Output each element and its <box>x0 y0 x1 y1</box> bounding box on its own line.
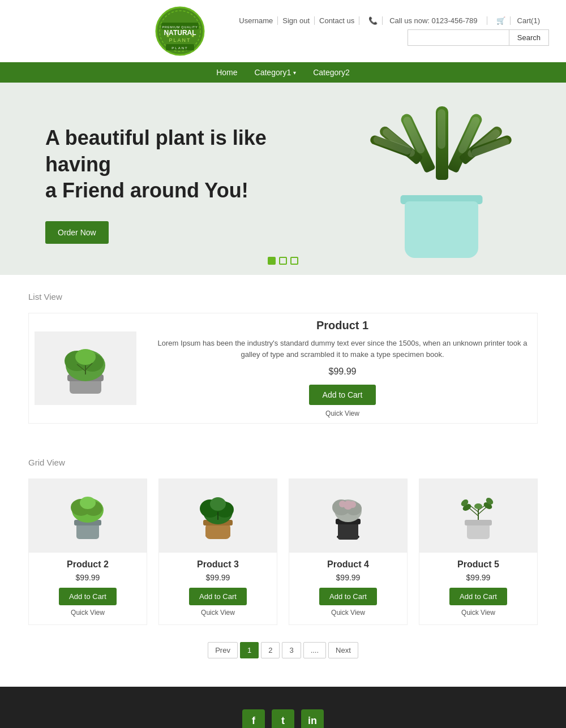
svg-text:★: ★ <box>166 33 170 38</box>
grid-add-to-cart-2-button[interactable]: Add to Cart <box>59 588 117 605</box>
grid-view-section: Grid View Product 2 $99.99 Add to Cart Q… <box>0 458 566 687</box>
pagination-page-3-button[interactable]: 3 <box>282 642 301 658</box>
phone-icon: 📞 <box>364 16 383 25</box>
pagination-page-1-button[interactable]: 1 <box>240 642 259 658</box>
list-add-to-cart-button[interactable]: Add to Cart <box>309 385 376 405</box>
logo-area: PREMIUM QUALITY NATURAL PLANT PLANT ★ ★ <box>126 6 234 57</box>
nav-category1[interactable]: Category1 ▾ <box>255 68 297 77</box>
svg-point-16 <box>75 349 96 365</box>
aloe-leaf-1 <box>436 106 448 180</box>
hero-headline: A beautiful plant is like having a Frien… <box>45 125 283 204</box>
hero-dot-2[interactable] <box>279 257 287 265</box>
logo[interactable]: PREMIUM QUALITY NATURAL PLANT PLANT ★ ★ <box>155 6 205 57</box>
grid-view-title: Grid View <box>28 458 538 467</box>
grid-product-4-price: $99.99 <box>336 573 361 582</box>
nav-category2[interactable]: Category2 <box>313 68 350 77</box>
footer: f t in Prestashop Theme Designed With Te… <box>0 687 566 728</box>
grid-product-2-image <box>29 479 147 553</box>
pagination: Prev 1 2 3 .... Next <box>28 642 538 658</box>
list-product-details: Product 1 Lorem Ipsum has been the indus… <box>153 319 531 417</box>
twitter-icon[interactable]: t <box>272 709 294 728</box>
hero-dot-1[interactable] <box>268 257 276 265</box>
linkedin-icon[interactable]: in <box>301 709 324 728</box>
grid-add-to-cart-5-button[interactable]: Add to Cart <box>449 588 507 605</box>
social-icons: f t in <box>242 709 324 728</box>
cart-text: Cart(1) <box>513 16 544 25</box>
hero-plant-image <box>362 105 521 264</box>
hero-dot-3[interactable] <box>290 257 298 265</box>
svg-point-32 <box>210 497 226 511</box>
hero-text: A beautiful plant is like having a Frien… <box>45 125 283 244</box>
username-link[interactable]: Username <box>234 16 278 25</box>
svg-line-46 <box>470 509 478 516</box>
nav-bar: Home Category1 ▾ Category2 <box>0 62 566 83</box>
cart-icon: 🛒 <box>492 16 511 25</box>
contact-link[interactable]: Contact us <box>315 16 359 25</box>
aloe-pot-body <box>405 201 478 258</box>
order-now-button[interactable]: Order Now <box>45 221 109 244</box>
list-product-name: Product 1 <box>153 319 531 332</box>
svg-rect-27 <box>205 523 230 539</box>
grid-quick-view-5-link[interactable]: Quick View <box>461 609 495 617</box>
phone-link: 📞 Call us now: 0123-456-789 <box>359 16 487 25</box>
list-product-price: $99.99 <box>153 367 531 377</box>
list-view-title: List View <box>28 292 538 301</box>
nav-home[interactable]: Home <box>216 68 237 77</box>
grid-add-to-cart-3-button[interactable]: Add to Cart <box>189 588 247 605</box>
pagination-next-button[interactable]: Next <box>328 642 358 658</box>
grid-quick-view-4-link[interactable]: Quick View <box>331 609 365 617</box>
grid-product-3-name: Product 3 <box>197 559 239 570</box>
list-view-item: Product 1 Lorem Ipsum has been the indus… <box>28 313 538 424</box>
grid-product-5-price: $99.99 <box>466 573 491 582</box>
grid-quick-view-3-link[interactable]: Quick View <box>201 609 235 617</box>
grid-quick-view-2-link[interactable]: Quick View <box>71 609 105 617</box>
svg-point-25 <box>80 497 96 509</box>
cart-link[interactable]: 🛒 Cart(1) <box>487 16 549 25</box>
list-quick-view-link[interactable]: Quick View <box>153 410 531 417</box>
grid-item-3: Product 3 $99.99 Add to Cart Quick View <box>158 479 277 625</box>
pagination-page-2-button[interactable]: 2 <box>261 642 280 658</box>
header-top: PREMIUM QUALITY NATURAL PLANT PLANT ★ ★ … <box>0 0 566 62</box>
grid-product-2-price: $99.99 <box>76 573 100 582</box>
svg-point-54 <box>474 503 482 509</box>
list-product-description: Lorem Ipsum has been the industry's stan… <box>153 338 531 360</box>
grid-container: Product 2 $99.99 Add to Cart Quick View <box>28 479 538 625</box>
signout-link[interactable]: Sign out <box>278 16 315 25</box>
search-button[interactable]: Search <box>509 29 549 46</box>
header-right: Username Sign out Contact us 📞 Call us n… <box>234 16 549 46</box>
svg-text:★: ★ <box>191 33 195 38</box>
grid-product-4-image <box>289 479 407 553</box>
header-links: Username Sign out Contact us 📞 Call us n… <box>234 16 549 25</box>
category1-chevron-icon: ▾ <box>293 70 296 76</box>
pagination-prev-button[interactable]: Prev <box>208 642 238 658</box>
grid-item-5: Product 5 $99.99 Add to Cart Quick View <box>419 479 538 625</box>
grid-product-4-name: Product 4 <box>327 559 369 570</box>
hero-dots <box>268 257 298 265</box>
aloe-illustration <box>385 111 498 258</box>
search-input[interactable] <box>408 29 509 46</box>
aloe-leaves <box>391 106 492 197</box>
list-product-image <box>35 331 136 405</box>
header: PREMIUM QUALITY NATURAL PLANT PLANT ★ ★ … <box>0 0 566 62</box>
facebook-icon[interactable]: f <box>242 709 265 728</box>
list-view-section: List View Product 1 Lorem Ipsum ha <box>0 275 566 441</box>
grid-product-2-name: Product 2 <box>67 559 109 570</box>
svg-text:PLANT: PLANT <box>172 46 188 50</box>
svg-rect-43 <box>467 523 490 539</box>
pagination-ellipsis-button[interactable]: .... <box>303 642 326 658</box>
grid-product-3-price: $99.99 <box>206 573 230 582</box>
svg-rect-44 <box>465 520 492 525</box>
list-plant-svg <box>52 337 119 399</box>
search-bar: Search <box>408 29 549 46</box>
grid-add-to-cart-4-button[interactable]: Add to Cart <box>319 588 377 605</box>
grid-product-5-name: Product 5 <box>457 559 499 570</box>
logo-svg: PREMIUM QUALITY NATURAL PLANT PLANT ★ ★ <box>155 6 205 57</box>
svg-text:PLANT: PLANT <box>169 37 191 43</box>
svg-point-41 <box>339 501 346 507</box>
grid-item-2: Product 2 $99.99 Add to Cart Quick View <box>28 479 147 625</box>
grid-product-5-image <box>419 479 537 553</box>
hero-banner: A beautiful plant is like having a Frien… <box>0 83 566 275</box>
grid-product-3-image <box>159 479 277 553</box>
phone-text: Call us now: 0123-456-789 <box>385 16 482 25</box>
grid-item-4: Product 4 $99.99 Add to Cart Quick View <box>289 479 408 625</box>
